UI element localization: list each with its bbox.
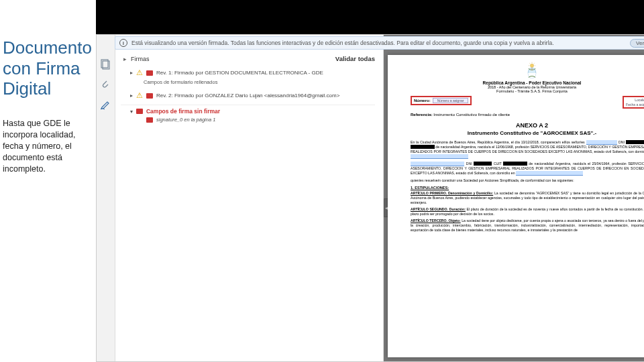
signature-panel-icon[interactable] <box>100 99 111 110</box>
info-message: Está visualizando una versión firmada. T… <box>131 40 554 46</box>
pdf-page: República Argentina - Poder Ejecutivo Na… <box>388 55 644 357</box>
redacted-name-1 <box>586 140 618 145</box>
numero-value: Número a asignar <box>433 98 469 103</box>
company-name-highlight: AGROCEMEX SAS <box>537 191 568 195</box>
localidad-value: Localidad: <box>635 98 644 102</box>
unsigned-section: ▾ Campos de firma sin firmar signature_0… <box>121 105 375 123</box>
chevron-right-icon: ▸ <box>130 93 133 99</box>
chevron-right-icon: ▸ <box>130 70 133 76</box>
sig-rev1-row[interactable]: ▸ ⚠ Rev. 1: Firmado por GESTION DOCUMENT… <box>121 66 375 79</box>
svg-point-2 <box>530 64 533 67</box>
redacted-cuit-1: 00000000000 <box>411 145 435 149</box>
slide-root: Documento con Firma Digital Hasta que GD… <box>0 0 644 362</box>
p1-intro: En la Ciudad Autónoma de Buenos Aires, R… <box>411 140 585 144</box>
pdf-screenshot-area: i Está visualizando una versión firmada.… <box>96 0 644 362</box>
signature-stamp-icon <box>146 117 153 123</box>
thumbnails-icon[interactable] <box>100 59 111 70</box>
redacted-address-2 <box>516 171 583 176</box>
nation-header: República Argentina - Poder Ejecutivo Na… <box>411 80 644 85</box>
unsigned-header-row[interactable]: ▾ Campos de firma sin firmar <box>121 108 375 115</box>
art1-label: ARTÍCULO PRIMERO. Denominación y Domicil… <box>411 191 493 195</box>
instrumento-title: Instrumento Constitutivo de "AGROCEMEX S… <box>411 130 644 136</box>
signature-stamp-icon <box>146 70 153 76</box>
black-band <box>96 0 644 34</box>
articulo-primero: ARTÍCULO PRIMERO. Denominación y Domicil… <box>411 191 644 205</box>
p1-body: de nacionalidad Argentina, nacido/a el 1… <box>411 145 644 154</box>
unsigned-item-text: signature_0 en la página 1 <box>156 117 215 123</box>
slide-blurb: Hasta que GDE le incorpora localidad, fe… <box>3 118 92 174</box>
paragraph-3: quien/es resuelve/n constituir una Socie… <box>411 178 644 183</box>
articulo-tercero: ARTÍCULO TERCERO. Objeto: La sociedad ti… <box>411 219 644 233</box>
redacted-address-1 <box>411 154 468 159</box>
warning-icon: ⚠ <box>136 68 143 77</box>
validate-all-link[interactable]: Validar todas <box>335 55 375 62</box>
redacted-dni-1: 00000000 <box>626 140 644 144</box>
svg-line-8 <box>534 63 535 64</box>
pdf-shell: × ▸ Firmas Validar todas ▸ ⚠ Rev. 1: Fir… <box>96 34 644 362</box>
numero-box-highlighted: Número: Número a asignar <box>411 96 472 105</box>
fecha-value: Fecha a asignar <box>626 103 644 107</box>
left-text-column: Documento con Firma Digital Hasta que GD… <box>0 0 96 362</box>
rev2-text: Rev. 2: Firmado por GONZALEZ Dario Lujan… <box>156 93 339 99</box>
referencia-label: Referencia: <box>411 113 433 117</box>
unsigned-item-row[interactable]: signature_0 en la página 1 <box>121 117 375 123</box>
signature-stamp-icon <box>146 93 153 99</box>
chevron-right-icon[interactable]: ▸ <box>123 56 127 62</box>
sig-rev2-row[interactable]: ▸ ⚠ Rev. 2: Firmado por GONZALEZ Dario L… <box>121 89 375 102</box>
document-viewport[interactable]: ◂ <box>384 35 644 361</box>
numero-label: Número: <box>414 99 431 103</box>
referencia-line: Referencia: Instrumento Constitutivo fir… <box>411 113 644 117</box>
signature-stamp-icon <box>136 109 143 114</box>
sig-panel-header: ▸ Firmas Validar todas <box>121 55 375 62</box>
signatures-panel: × ▸ Firmas Validar todas ▸ ⚠ Rev. 1: Fir… <box>115 35 384 361</box>
redacted-cuit-2: 00000000000 <box>503 162 527 166</box>
svg-line-7 <box>529 63 530 64</box>
coat-of-arms-icon <box>523 62 541 79</box>
redacted-dni-2: 00000000 <box>474 162 492 166</box>
numero-row: Número: Número a asignar Localidad: Fech… <box>411 96 644 109</box>
slide-title: Documento con Firma Digital <box>3 38 92 99</box>
left-tool-rail <box>97 35 115 361</box>
warning-icon: ⚠ <box>136 91 143 100</box>
estipulaciones-title: 1. ESTIPULACIONES: <box>411 186 644 190</box>
form-title: Formulario - Trámite S.A.S. Firma Conjun… <box>411 89 644 93</box>
paragraph-1: En la Ciudad Autónoma de Buenos Aires, R… <box>411 140 644 159</box>
signed-info-bar: i Está visualizando una versión firmada.… <box>115 36 644 50</box>
attachments-icon[interactable] <box>100 79 111 90</box>
art3-label: ARTÍCULO TERCERO. Objeto: <box>411 219 461 223</box>
fields-filled-note: Campos de formulario rellenados <box>121 79 375 85</box>
sig-panel-title: Firmas <box>131 56 331 62</box>
redacted-name-2 <box>411 162 464 166</box>
chevron-down-icon: ▾ <box>130 109 133 115</box>
rev1-text: Rev. 1: Firmado por GESTION DOCUMENTAL E… <box>156 70 323 76</box>
paragraph-2: DNI 00000000 CUIT 00000000000 de naciona… <box>411 162 644 176</box>
localidad-fecha-box-highlighted: Localidad: Fecha a asignar <box>623 96 644 109</box>
info-icon: i <box>119 39 127 47</box>
art2-label: ARTÍCULO SEGUNDO. Duración: <box>411 207 466 211</box>
articulo-segundo: ARTÍCULO SEGUNDO. Duración: El plazo de … <box>411 207 644 217</box>
ver-informe-button[interactable]: Ver informe <box>630 39 644 48</box>
unsigned-header-label: Campos de firma sin firmar <box>146 108 220 115</box>
anexo-title: ANEXO A 2 <box>411 122 644 129</box>
referencia-value: Instrumento Constitutivo firmado de clie… <box>433 113 510 117</box>
